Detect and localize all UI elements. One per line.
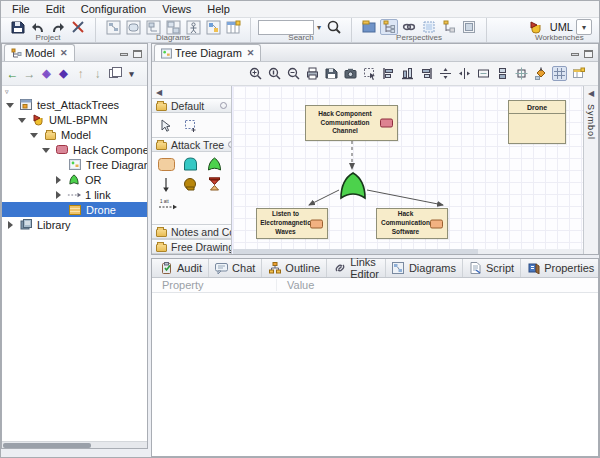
tree-item-link[interactable]: 1 link (2, 187, 147, 202)
palette-collapse-button[interactable]: ◀ (152, 86, 231, 98)
close-icon[interactable]: ✕ (247, 48, 255, 58)
pin-icon (228, 141, 231, 148)
align-bottom-button[interactable] (400, 66, 415, 81)
link-tool[interactable]: 1 att (154, 194, 229, 214)
canvas-horizontal-scrollbar[interactable] (233, 249, 583, 254)
tab-outline[interactable]: Outline (262, 259, 327, 277)
scrollbar-thumb[interactable] (3, 443, 91, 448)
or-gate-node[interactable] (337, 170, 369, 202)
minimize-icon[interactable] (571, 53, 579, 56)
expander-icon[interactable] (42, 145, 51, 154)
select-region-button[interactable] (362, 66, 377, 81)
palette-section-free-drawing[interactable]: Free Drawing (152, 239, 231, 254)
perspective-icon-5 (442, 20, 456, 34)
align-right-button[interactable] (419, 66, 434, 81)
fill-color-button[interactable] (533, 66, 548, 81)
scrollbar-thumb[interactable] (233, 249, 478, 254)
expand-left-icon[interactable]: ◀ (588, 89, 594, 98)
tab-tree-diagram[interactable]: Tree Diagram ✕ (154, 44, 261, 61)
forward-arrow-button[interactable]: → (22, 67, 37, 81)
move-up-button[interactable]: ↑ (73, 67, 88, 81)
back-arrow-button[interactable]: ← (5, 67, 20, 81)
sequence-node-tool[interactable] (178, 174, 202, 194)
node-hack-component-communication-channel[interactable]: Hack Component Communication Channel (305, 105, 398, 141)
arrow-tool[interactable] (154, 174, 178, 194)
distribute-vertical-button[interactable] (438, 66, 453, 81)
menu-help[interactable]: Help (199, 2, 238, 16)
node-hack-communication-software[interactable]: Hack Communication Software (376, 208, 448, 239)
main-area: Model ✕ ← → ◈ ◆ ↑ ↓ ▾ ▿ (1, 43, 599, 457)
or-gate-tool[interactable] (202, 154, 226, 174)
tree-item-library[interactable]: Library (2, 217, 147, 232)
column-value[interactable]: Value (277, 279, 314, 291)
node-drone[interactable]: Drone (508, 100, 566, 144)
tab-script[interactable]: Script (463, 259, 521, 277)
next-diagram-button[interactable]: ◆ (56, 67, 71, 80)
toggle-grid-button[interactable] (552, 66, 567, 81)
same-size-button[interactable] (476, 66, 491, 81)
palette-section-attack-tree[interactable]: Attack Tree (152, 137, 231, 152)
save-image-button[interactable] (324, 66, 339, 81)
cursor-tool[interactable] (154, 115, 178, 135)
library-icon (19, 219, 33, 231)
model-panel: Model ✕ ← → ◈ ◆ ↑ ↓ ▾ ▿ (1, 43, 148, 449)
diagram-canvas[interactable]: Hack Component Communication Channel Lis… (232, 86, 583, 254)
timer-tool[interactable] (202, 174, 226, 194)
tab-properties[interactable]: Properties (521, 259, 600, 277)
copy-button[interactable] (109, 69, 118, 78)
maximize-icon[interactable] (584, 50, 593, 58)
zoom-out-button[interactable] (286, 66, 301, 81)
properties-table-body[interactable] (152, 293, 598, 456)
maximize-icon[interactable] (133, 50, 142, 58)
column-property[interactable]: Property (152, 279, 277, 291)
node-listen-to-electromagnetic-waves[interactable]: Listen to Electromagnetic Waves (256, 208, 328, 239)
tab-chat[interactable]: Chat (209, 259, 262, 277)
tab-diagrams[interactable]: Diagrams (386, 259, 463, 277)
close-icon[interactable]: ✕ (60, 48, 68, 58)
tree-item-hack-component[interactable]: Hack Component Communication Channel (2, 142, 147, 157)
edge-or-to-listen[interactable] (309, 190, 339, 205)
palette-section-default[interactable]: Default (152, 98, 231, 113)
distribute-horizontal-button[interactable] (457, 66, 472, 81)
move-down-button[interactable]: ↓ (90, 67, 105, 81)
tree-item-or[interactable]: OR (2, 172, 147, 187)
tab-audit[interactable]: Audit (154, 259, 209, 277)
stack-button[interactable] (495, 66, 510, 81)
prev-diagram-button[interactable]: ◈ (39, 67, 54, 80)
symbol-panel-strip[interactable]: ◀ Symbol (583, 86, 598, 254)
fit-frame-button[interactable] (514, 66, 529, 81)
marquee-tool[interactable] (178, 115, 202, 135)
expander-icon[interactable] (6, 220, 15, 229)
tree-item-uml-bpmn[interactable]: UML-BPMN (2, 112, 147, 127)
tree-item-project[interactable]: test_AttackTrees (2, 97, 147, 112)
expander-icon[interactable] (6, 100, 15, 109)
tree-item-drone[interactable]: Drone (2, 202, 147, 217)
zoom-in-button[interactable] (248, 66, 263, 81)
capture-button[interactable] (343, 66, 358, 81)
menu-file[interactable]: File (4, 2, 38, 16)
expander-icon[interactable] (54, 190, 63, 199)
palette-section-notes[interactable]: Notes and Co... (152, 224, 231, 239)
minimize-icon[interactable] (120, 53, 128, 56)
tree-item-tree-diagram[interactable]: Tree Diagram (2, 157, 147, 172)
expander-icon[interactable] (18, 115, 27, 124)
expander-icon[interactable] (54, 175, 63, 184)
print-button[interactable] (305, 66, 320, 81)
menu-edit[interactable]: Edit (38, 2, 73, 16)
edge-or-to-software[interactable] (367, 190, 443, 205)
tab-model[interactable]: Model ✕ (4, 44, 75, 61)
attack-node-tool[interactable] (154, 154, 178, 174)
toolbar-dropdown-icon[interactable]: ▾ (124, 69, 139, 79)
tab-links-editor[interactable]: Links Editor (327, 259, 386, 277)
and-gate-tool[interactable] (178, 154, 202, 174)
align-left-button[interactable] (381, 66, 396, 81)
menu-configuration[interactable]: Configuration (73, 2, 154, 16)
sequence-node-icon (183, 177, 197, 191)
tree-item-model[interactable]: Model (2, 127, 147, 142)
menu-views[interactable]: Views (154, 2, 199, 16)
expander-icon[interactable] (30, 130, 39, 139)
table-export-button[interactable] (571, 66, 586, 81)
zoom-reset-button[interactable] (267, 66, 282, 81)
tree-overflow-icon[interactable]: ▿ (5, 88, 9, 96)
model-horizontal-scrollbar[interactable] (2, 441, 147, 448)
